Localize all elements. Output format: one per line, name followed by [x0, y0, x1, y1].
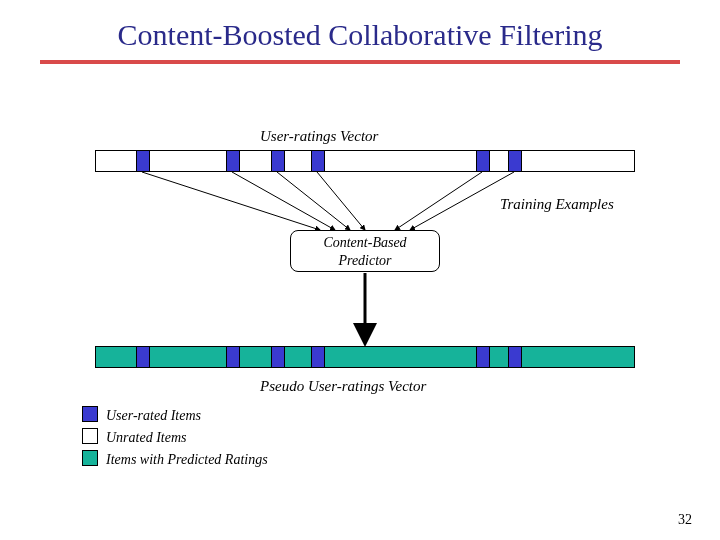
rated-cell [311, 347, 325, 367]
rated-cell [226, 347, 240, 367]
rated-cell [476, 347, 490, 367]
arrow-predictor-to-pseudo [0, 90, 720, 390]
page-title: Content-Boosted Collaborative Filtering [0, 0, 720, 60]
pseudo-ratings-vector [95, 346, 635, 368]
diagram-stage: User-ratings Vector Training Examples Co… [0, 90, 720, 510]
rated-cell [136, 347, 150, 367]
legend-rated-label: User-rated Items [106, 408, 201, 423]
legend-predicted: Items with Predicted Ratings [82, 450, 268, 468]
legend-predicted-label: Items with Predicted Ratings [106, 452, 268, 467]
legend-rated: User-rated Items [82, 406, 201, 424]
swatch-predicted [82, 450, 98, 466]
swatch-unrated [82, 428, 98, 444]
title-underline [40, 60, 680, 64]
swatch-rated [82, 406, 98, 422]
page-number: 32 [678, 512, 692, 528]
legend-unrated: Unrated Items [82, 428, 187, 446]
rated-cell [508, 347, 522, 367]
legend-unrated-label: Unrated Items [106, 430, 187, 445]
rated-cell [271, 347, 285, 367]
label-pseudo-vector: Pseudo User-ratings Vector [260, 378, 426, 395]
